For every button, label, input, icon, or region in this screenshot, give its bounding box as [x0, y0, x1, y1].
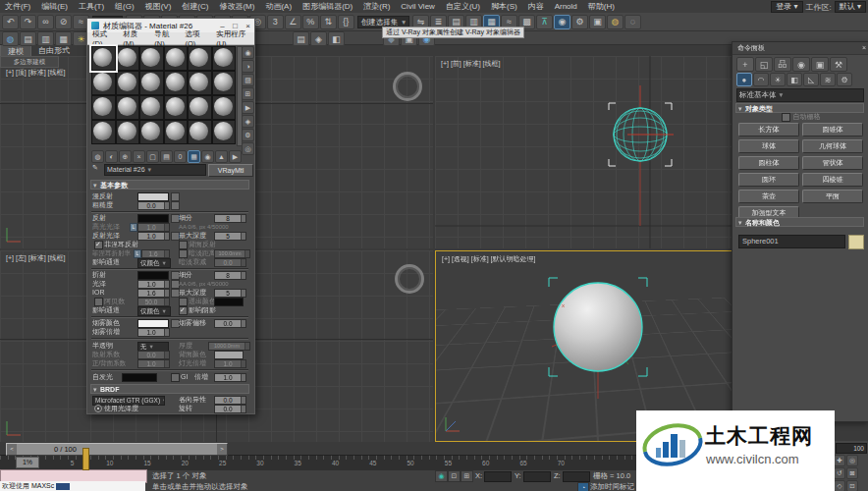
make-unique-icon[interactable]: ▢ [146, 150, 159, 163]
create-tab-icon[interactable]: + [736, 57, 754, 72]
time-slider-handle[interactable] [82, 448, 89, 470]
sample-type-icon[interactable]: ◉ [242, 46, 254, 59]
z-coordinate-field[interactable] [563, 471, 590, 482]
material-name-dropdown[interactable]: Material #26 [104, 164, 206, 176]
modify-tab-icon[interactable]: ◱ [755, 57, 773, 72]
hierarchy-tab-icon[interactable]: 品 [774, 57, 791, 72]
material-sample-slot[interactable] [139, 71, 164, 95]
x-coordinate-field[interactable] [484, 471, 512, 482]
backside-color-swatch[interactable] [214, 351, 244, 359]
material-editor-menu-item[interactable]: 材质(M) [118, 29, 149, 48]
display-tab-icon[interactable]: ▣ [811, 57, 829, 72]
refract-gloss-spinner[interactable]: 1.0 [137, 280, 170, 289]
y-coordinate-field[interactable] [523, 471, 551, 482]
object-type-button[interactable]: 球体 [738, 139, 799, 153]
material-sample-slot[interactable] [91, 71, 116, 95]
exit-color-swatch[interactable] [214, 298, 244, 306]
object-type-button[interactable]: 四棱锥 [802, 173, 863, 187]
manage-layers-icon[interactable]: ▤ [293, 31, 309, 46]
rotation-spinner[interactable]: 0.0 [214, 405, 246, 413]
add-time-tag-label[interactable]: 添加时间标记 [590, 482, 634, 491]
hilight-gloss-spinner[interactable]: 1.0 [137, 223, 170, 232]
material-sample-slot[interactable] [188, 46, 212, 71]
object-type-button[interactable]: 平面 [802, 190, 863, 203]
affect-channels-dropdown[interactable]: 仅颜色 [137, 258, 171, 268]
time-slider[interactable]: < 0 / 100 > [6, 443, 228, 456]
fresnel-ior-lock-icon[interactable]: L [134, 249, 141, 258]
viewport-front-label[interactable]: [+] [前] [标准] [线框] [441, 59, 500, 69]
maximize-viewport-toggle-icon[interactable]: ⊡ [846, 480, 858, 491]
motion-tab-icon[interactable]: ◉ [792, 57, 810, 72]
put-to-library-icon[interactable]: ▤ [160, 150, 173, 163]
mult-spinner[interactable]: 1.0 [214, 373, 246, 382]
render-setup-icon[interactable]: ⚙ [571, 15, 588, 29]
percent-snap-icon[interactable]: % [302, 15, 319, 29]
animation-end-frame-field[interactable]: 100 [836, 443, 867, 454]
material-editor-menu-item[interactable]: 模式(D) [87, 29, 118, 48]
material-sample-slot[interactable] [212, 46, 237, 71]
zoom-icon[interactable]: ◎ [846, 455, 858, 466]
material-editor-menu-item[interactable]: 选项(O) [181, 29, 212, 48]
abbe-spinner[interactable]: 50.0 [137, 298, 170, 306]
diffuse-color-swatch[interactable] [137, 192, 169, 201]
fog-color-swatch[interactable] [137, 319, 169, 328]
menu-item[interactable]: 组(G) [110, 1, 139, 12]
dim-distance-spinner[interactable]: 100.0mm [214, 249, 250, 258]
self-illum-swatch[interactable] [122, 373, 157, 382]
abbe-checkbox[interactable] [94, 298, 103, 306]
select-and-link-icon[interactable]: ∞ [37, 15, 54, 29]
scatter-spinner[interactable]: 0.0 [137, 351, 170, 359]
diffuse-map-button[interactable] [171, 192, 180, 201]
absolute-mode-icon[interactable]: ⊞ [461, 470, 473, 482]
menu-item[interactable]: 内容 [523, 1, 549, 12]
material-sample-slot[interactable] [188, 71, 212, 95]
motion-mixer-icon[interactable]: ⊼ [536, 15, 553, 29]
utilities-tab-icon[interactable]: ⚒ [830, 57, 847, 72]
render-production-icon[interactable]: ◍ [607, 15, 624, 29]
pan-view-icon[interactable]: ✚ [834, 455, 845, 466]
material-sample-slot[interactable] [139, 46, 164, 71]
graphite-modeling-icon[interactable]: ◈ [310, 31, 327, 46]
material-sample-slot[interactable] [91, 95, 116, 120]
add-time-tag-icon[interactable]: ◔ [577, 482, 589, 491]
gi-checkbox[interactable] [171, 373, 180, 382]
put-to-scene-icon[interactable]: ◐ [105, 150, 118, 163]
menu-item[interactable]: 图形编辑器(D) [298, 1, 357, 12]
navigation-ring-gizmo[interactable] [393, 72, 422, 101]
lights-category-icon[interactable]: ☀ [770, 73, 786, 86]
options-icon[interactable]: ⚙ [242, 129, 254, 141]
menu-item[interactable]: 文件(F) [0, 1, 35, 12]
material-sample-slot[interactable] [188, 95, 212, 120]
subdivs-spinner[interactable]: 8 [214, 214, 246, 223]
refract-affect-channels-dropdown[interactable]: 仅颜色 [137, 306, 171, 316]
material-sample-slot[interactable] [91, 120, 116, 144]
reflect-color-swatch[interactable] [137, 214, 169, 223]
object-type-button[interactable]: 管状体 [802, 156, 863, 170]
go-to-parent-icon[interactable]: ▲ [215, 150, 228, 163]
front-back-spinner[interactable]: 1.0 [137, 359, 170, 368]
affect-shadows-checkbox[interactable] [179, 306, 188, 315]
unlink-selection-icon[interactable]: ⊘ [55, 15, 72, 29]
undo-icon[interactable]: ↶ [2, 15, 19, 29]
maxscript-listener-line[interactable]: 欢迎使用 MAXSc [0, 481, 145, 491]
menu-item[interactable]: 脚本(S) [486, 1, 522, 12]
material-sample-slot[interactable] [116, 95, 140, 120]
geometry-category-icon[interactable]: ● [736, 73, 752, 86]
dim-falloff-spinner[interactable]: 0.0 [214, 258, 246, 267]
use-glossiness-radio[interactable] [94, 405, 102, 412]
material-sample-slot[interactable] [116, 71, 140, 95]
ribbon-toggle-icon[interactable]: ▦ [55, 31, 72, 46]
scene-explorer-toggle-icon[interactable]: ▤ [20, 31, 36, 46]
show-map-in-viewport-icon[interactable]: ▦ [188, 150, 200, 163]
material-sample-slot[interactable] [116, 46, 140, 71]
viewport-config-icon[interactable]: ◍ [2, 31, 19, 46]
refract-color-swatch[interactable] [137, 271, 169, 280]
viewport-left-label[interactable]: [+] [左] [标准] [线框] [6, 253, 65, 263]
edit-named-selections-icon[interactable]: {} [338, 15, 354, 29]
angle-snap-icon[interactable]: ∠ [285, 15, 301, 29]
generate-preview-icon[interactable]: ◈ [242, 115, 254, 128]
command-panel-close-icon[interactable]: × [862, 42, 866, 54]
systems-category-icon[interactable]: ⚙ [837, 73, 852, 86]
menu-item[interactable]: Civil View [396, 2, 440, 11]
previous-frame-button[interactable]: < [7, 444, 17, 455]
